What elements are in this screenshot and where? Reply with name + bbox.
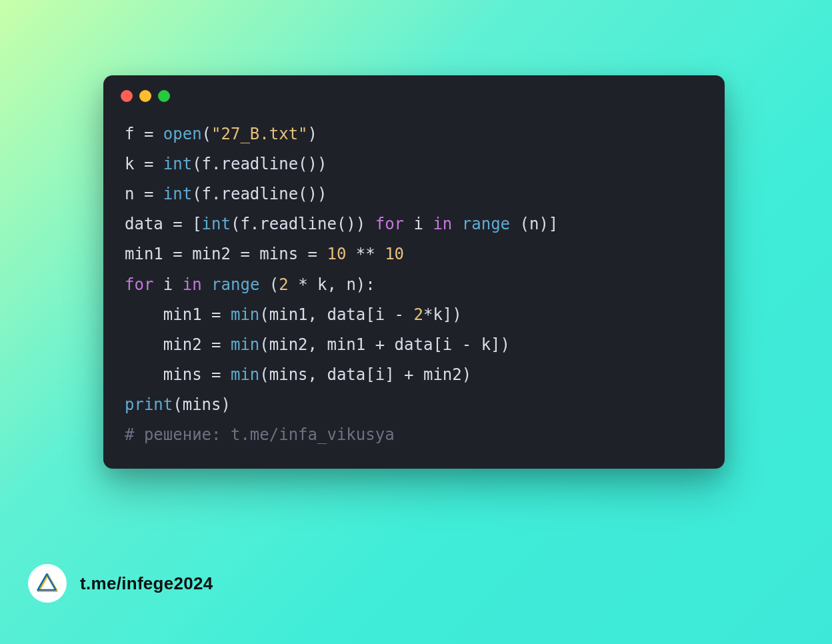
code-token: in	[183, 275, 202, 294]
code-token: (	[259, 275, 279, 294]
code-line: n = int(f.readline())	[125, 179, 703, 209]
code-token: # решение: t.me/infa_vikusya	[125, 425, 395, 444]
code-line: for i in range (2 * k, n):	[125, 270, 703, 300]
code-line: mins = min(mins, data[i] + min2)	[125, 360, 703, 390]
code-token: i	[404, 215, 433, 233]
code-token: **	[346, 245, 385, 263]
code-token: k =	[125, 155, 163, 173]
code-token: (f.readline())	[231, 215, 375, 233]
code-line: print(mins)	[125, 390, 703, 420]
code-token: range	[462, 215, 510, 233]
code-token	[452, 215, 461, 233]
code-token: range	[211, 275, 259, 294]
code-content: f = open("27_B.txt")k = int(f.readline()…	[103, 107, 725, 450]
code-token: (n)]	[510, 215, 558, 233]
code-window: f = open("27_B.txt")k = int(f.readline()…	[103, 75, 725, 469]
code-token: (	[202, 125, 211, 143]
code-token: (f.readline())	[192, 155, 327, 173]
code-token: int	[202, 215, 231, 233]
code-token: int	[163, 185, 192, 203]
code-token: min1 = min2 = mins =	[125, 245, 327, 263]
code-token: (mins, data[i] + min2)	[259, 365, 471, 384]
avatar	[28, 564, 67, 603]
code-token: (min2, min1 + data[i - k])	[259, 335, 510, 354]
code-token: 2	[279, 275, 288, 294]
code-token: for	[125, 275, 153, 294]
code-line: min2 = min(min2, min1 + data[i - k])	[125, 330, 703, 360]
code-line: min1 = min(min1, data[i - 2*k])	[125, 300, 703, 330]
code-token: (mins)	[173, 395, 231, 414]
code-token: print	[125, 395, 173, 414]
code-line: k = int(f.readline())	[125, 149, 703, 179]
close-icon[interactable]	[121, 90, 133, 102]
footer: t.me/infege2024	[28, 564, 213, 603]
code-token: for	[375, 215, 404, 233]
code-token: * k, n):	[289, 275, 375, 294]
code-token: i	[153, 275, 182, 294]
code-token: "27_B.txt"	[211, 125, 308, 143]
window-controls	[103, 75, 725, 107]
code-token: *k])	[423, 305, 462, 324]
code-token: min2 =	[125, 335, 231, 354]
footer-link[interactable]: t.me/infege2024	[80, 573, 213, 594]
code-token: mins =	[125, 365, 231, 384]
code-token: min1 =	[125, 305, 231, 324]
code-token: min	[231, 335, 259, 354]
code-token: f =	[125, 125, 163, 143]
code-token: int	[163, 155, 192, 173]
code-token: min	[231, 305, 259, 324]
maximize-icon[interactable]	[158, 90, 170, 102]
code-token: 2	[414, 305, 423, 324]
code-token: data = [	[125, 215, 202, 233]
code-line: data = [int(f.readline()) for i in range…	[125, 209, 703, 239]
code-token: (f.readline())	[192, 185, 327, 203]
code-token: n =	[125, 185, 163, 203]
code-line: # решение: t.me/infa_vikusya	[125, 420, 703, 450]
code-token	[202, 275, 211, 294]
code-line: f = open("27_B.txt")	[125, 119, 703, 149]
code-token: min	[231, 365, 259, 384]
code-token: open	[163, 125, 202, 143]
code-token: in	[433, 215, 452, 233]
code-token: 10	[385, 245, 404, 263]
triangle-logo-icon	[36, 572, 59, 595]
minimize-icon[interactable]	[139, 90, 151, 102]
code-token: 10	[327, 245, 346, 263]
code-line: min1 = min2 = mins = 10 ** 10	[125, 239, 703, 269]
code-token: )	[308, 125, 317, 143]
code-token: (min1, data[i -	[259, 305, 413, 324]
